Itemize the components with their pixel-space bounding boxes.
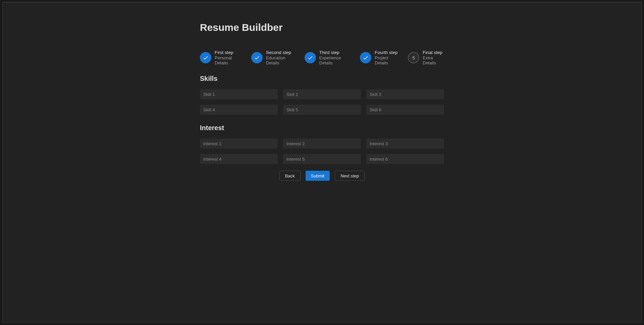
skill-1-input[interactable] [200,89,278,99]
interest-grid [200,139,444,164]
interest-1-input[interactable] [200,139,278,149]
step-3[interactable]: Third step Experience Details [305,50,351,65]
outer-frame: Resume Buildber First step Personal Deta… [0,0,644,325]
interest-5-input[interactable] [283,154,361,164]
main-container: Resume Buildber First step Personal Deta… [200,2,444,181]
skill-5-input[interactable] [283,105,361,115]
button-row: Back Submit Next step [200,171,444,181]
step-5[interactable]: 5 Final step Extra Details [408,50,444,65]
skill-2-input[interactable] [283,89,361,99]
check-icon [305,52,316,63]
check-icon [360,52,371,63]
step-2[interactable]: Second step Education Details [251,50,296,65]
submit-button[interactable]: Submit [306,171,330,181]
skills-grid [200,89,444,115]
page-title: Resume Buildber [200,22,444,33]
stepper: First step Personal Details Second step … [200,50,444,65]
step-title: Final step [423,50,444,55]
interest-4-input[interactable] [200,154,278,164]
step-subtitle: Personal Details [215,55,243,65]
skill-4-input[interactable] [200,105,278,115]
interest-heading: Interest [200,124,444,132]
skills-heading: Skills [200,75,444,83]
step-subtitle: Project Details [375,55,399,65]
step-4[interactable]: Fourth step Project Details [360,50,399,65]
step-subtitle: Experience Details [319,55,351,65]
back-button[interactable]: Back [279,171,301,181]
next-step-button[interactable]: Next step [335,171,365,181]
step-number-icon: 5 [408,52,419,63]
interest-2-input[interactable] [283,139,361,149]
inner-frame: Resume Buildber First step Personal Deta… [2,2,642,323]
step-title: Third step [319,50,351,55]
step-1[interactable]: First step Personal Details [200,50,243,65]
interest-3-input[interactable] [366,139,444,149]
check-icon [200,52,211,63]
check-icon [251,52,263,63]
skill-3-input[interactable] [366,89,444,99]
step-title: Second step [266,50,296,55]
interest-6-input[interactable] [366,154,444,164]
step-subtitle: Education Details [266,55,296,65]
step-subtitle: Extra Details [423,55,444,65]
skill-6-input[interactable] [366,105,444,115]
step-title: First step [215,50,243,55]
step-title: Fourth step [375,50,399,55]
